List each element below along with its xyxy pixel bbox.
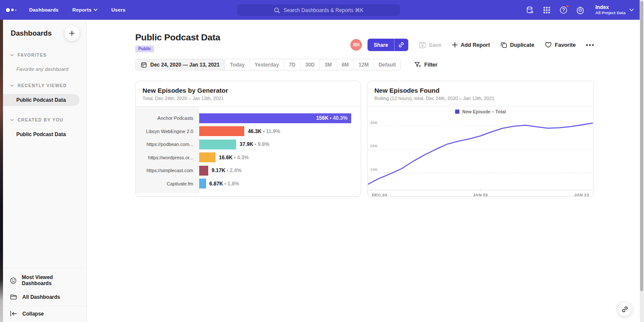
project-selector[interactable]: Index All Project Data xyxy=(595,4,634,15)
page-title: Public Podcast Data xyxy=(135,32,220,43)
bar-track: 156K•40.3% xyxy=(199,113,354,123)
bar-track: 16.6K•4.3% xyxy=(199,152,354,162)
bar-category-label: Libsyn WebEngine 2.0 xyxy=(136,129,199,134)
bar-track: 46.3K•11.9% xyxy=(199,126,354,136)
sidebar: Dashboards FAVORITES Favorite any dashbo… xyxy=(3,20,87,322)
share-button[interactable]: Share xyxy=(368,39,394,51)
top-nav: Dashboards Reports Users Search Dashboar… xyxy=(0,0,644,20)
bar[interactable] xyxy=(199,140,236,149)
bar-category-label: https://simplecast.com xyxy=(136,168,199,173)
favorites-empty-hint: Favorite any dashboard xyxy=(16,67,86,72)
project-name: Index xyxy=(595,4,626,10)
line-chart-plot[interactable]: 30K20K10K xyxy=(368,117,593,190)
bar[interactable] xyxy=(199,166,208,176)
preset-today[interactable]: Today xyxy=(225,59,249,70)
page-scrollbar-thumb[interactable] xyxy=(640,1,643,291)
public-badge: Public xyxy=(135,46,154,52)
chevron-down-icon xyxy=(10,54,14,57)
header-actions: RH Share Save Add Report Duplicate Favor… xyxy=(350,39,594,51)
date-range-button[interactable]: Dec 24, 2020 — Jan 13, 2021 xyxy=(136,59,225,70)
calendar-icon xyxy=(141,62,147,68)
bar-row: https://wordpress.or...16.6K•4.3% xyxy=(136,151,361,164)
legend-swatch xyxy=(455,109,459,114)
preset-default[interactable]: Default xyxy=(374,59,401,70)
preset-yesterday[interactable]: Yesterday xyxy=(249,59,284,70)
bar-value-label: 46.3K•11.9% xyxy=(248,128,280,134)
avatar[interactable]: RH xyxy=(350,39,362,51)
bar-track: 6.87K•1.8% xyxy=(199,179,354,188)
app-logo-icon[interactable] xyxy=(6,8,23,12)
page-scrollbar-track xyxy=(640,0,644,322)
bar[interactable] xyxy=(199,179,206,188)
settings-gear-icon[interactable] xyxy=(576,6,585,14)
filter-funnel-icon xyxy=(414,62,421,68)
folder-icon xyxy=(10,293,17,301)
add-dashboard-button[interactable] xyxy=(64,25,80,41)
search-input[interactable]: Search Dashboards & Reports ⌘K xyxy=(237,4,400,16)
bar-value-label: 16.6K•4.3% xyxy=(219,155,249,161)
toolbar: Dec 24, 2020 — Jan 13, 2021 Today Yester… xyxy=(135,59,437,70)
link-icon xyxy=(621,306,629,313)
bar-chart-card: New Episodes by Generator Total, Dec 24t… xyxy=(135,81,361,197)
bar-track: 9.17K•2.4% xyxy=(199,166,354,176)
link-icon xyxy=(398,42,404,48)
favorite-button[interactable]: Favorite xyxy=(545,42,576,48)
all-dashboards-link[interactable]: All Dashboards xyxy=(3,290,86,304)
sidebar-section-recently-viewed[interactable]: RECENTLY VIEWED xyxy=(3,83,86,88)
y-tick-label: 10K xyxy=(370,167,378,172)
bar[interactable] xyxy=(199,126,244,136)
preset-12m[interactable]: 12M xyxy=(353,59,373,70)
help-icon[interactable] xyxy=(559,6,568,14)
sidebar-item-public-podcast-data[interactable]: Public Podcast Data xyxy=(3,94,79,106)
line-chart-card: New Episodes Found Rolling (12 hours), t… xyxy=(367,81,594,197)
bar-category-label: Anchor Podcasts xyxy=(136,115,199,121)
bar-row: Captivate.fm6.87K•1.8% xyxy=(136,177,361,191)
x-tick-label: JAN 13 xyxy=(574,192,589,197)
notification-badge xyxy=(566,5,569,8)
sidebar-item-public-podcast-data-created[interactable]: Public Podcast Data xyxy=(3,128,86,140)
nav-item-reports[interactable]: Reports xyxy=(72,7,97,12)
chevron-down-icon xyxy=(10,85,14,87)
apps-grid-icon[interactable] xyxy=(543,6,551,14)
floating-link-button[interactable] xyxy=(617,302,632,316)
bar-value-label: 9.17K•2.4% xyxy=(212,167,242,173)
sidebar-section-created-by-you[interactable]: CREATED BY YOU xyxy=(3,118,86,122)
chevron-down-icon xyxy=(629,9,634,12)
line-chart-title: New Episodes Found xyxy=(374,87,586,94)
save-button[interactable]: Save xyxy=(419,42,441,49)
search-placeholder: Search Dashboards & Reports ⌘K xyxy=(283,7,363,13)
main-content: Public Podcast Data Public RH Share Save… xyxy=(87,20,644,322)
bar-value-label: 156K•40.3% xyxy=(316,115,347,121)
most-viewed-dashboards-link[interactable]: Most Viewed Dashboards xyxy=(3,271,86,290)
y-tick-label: 30K xyxy=(370,120,378,125)
collapse-arrow-icon xyxy=(10,310,17,317)
more-options-button[interactable] xyxy=(586,44,594,46)
x-tick-label: JAN 03 xyxy=(473,192,488,197)
chevron-down-icon xyxy=(94,9,97,11)
bar-row: Libsyn WebEngine 2.046.3K•11.9% xyxy=(136,125,361,138)
preset-6m[interactable]: 6M xyxy=(337,59,354,70)
sidebar-title: Dashboards xyxy=(11,29,52,37)
bar[interactable]: 156K•40.3% xyxy=(199,113,351,123)
line-chart-legend[interactable]: New Episode – Total xyxy=(368,106,593,117)
add-report-button[interactable]: Add Report xyxy=(452,42,490,48)
bar-category-label: https://wordpress.or... xyxy=(136,155,199,160)
line-chart-subtitle: Rolling (12 hours), total, Dec 24th, 202… xyxy=(374,96,586,101)
heart-icon xyxy=(545,42,552,48)
sidebar-section-favorites[interactable]: FAVORITES xyxy=(3,53,86,58)
duplicate-button[interactable]: Duplicate xyxy=(501,42,534,48)
collapse-sidebar-button[interactable]: Collapse xyxy=(3,306,86,322)
filter-button[interactable]: Filter xyxy=(414,62,437,68)
line-series xyxy=(368,123,593,185)
data-sources-icon[interactable] xyxy=(526,6,535,14)
chevron-down-icon xyxy=(10,119,14,122)
legend-label: New Episode – Total xyxy=(462,109,506,114)
bar[interactable] xyxy=(199,152,216,162)
nav-item-users[interactable]: Users xyxy=(111,7,125,12)
preset-30d[interactable]: 30D xyxy=(300,59,319,70)
preset-3m[interactable]: 3M xyxy=(319,59,337,70)
share-link-button[interactable] xyxy=(394,39,408,51)
date-range-control: Dec 24, 2020 — Jan 13, 2021 Today Yester… xyxy=(135,59,401,70)
preset-7d[interactable]: 7D xyxy=(284,59,300,70)
nav-item-dashboards[interactable]: Dashboards xyxy=(29,7,58,12)
